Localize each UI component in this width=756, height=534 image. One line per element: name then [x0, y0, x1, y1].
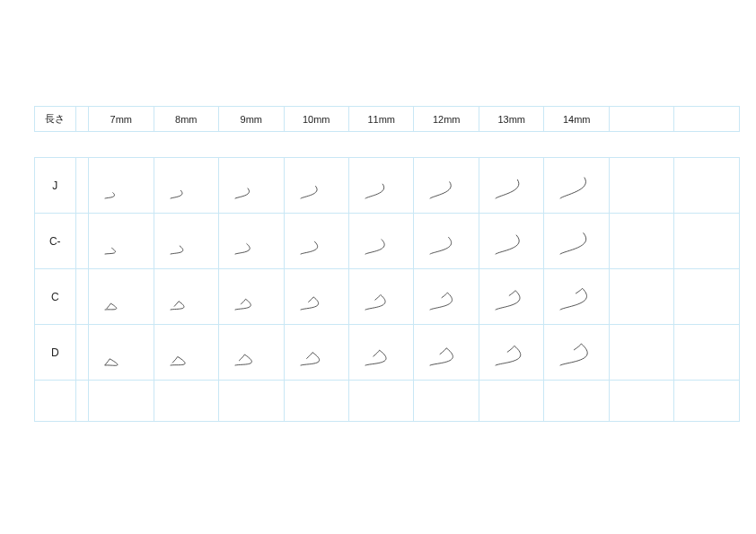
empty-cell	[674, 381, 740, 422]
empty-cell	[674, 158, 740, 214]
lash-icon	[555, 329, 600, 374]
row-spacer	[75, 158, 88, 214]
len-9: 9mm	[219, 107, 284, 132]
curl-row: C-	[35, 214, 740, 269]
lash-icon	[425, 218, 470, 263]
lash-cell	[219, 214, 284, 269]
lash-cell	[414, 158, 479, 214]
empty-cell	[609, 269, 673, 325]
lash-cell	[348, 158, 413, 214]
lash-cell	[284, 269, 348, 325]
lash-cell	[284, 158, 348, 214]
lash-cell	[284, 325, 348, 381]
lash-icon	[425, 162, 470, 207]
curl-type-label: C-	[35, 214, 76, 269]
length-header-table: 長さ 7mm 8mm 9mm 10mm 11mm 12mm 13mm 14mm	[34, 106, 740, 132]
curl-type-label: D	[35, 325, 76, 381]
lash-cell	[89, 325, 154, 381]
lash-icon	[425, 329, 470, 374]
empty-cell	[348, 381, 413, 422]
len-12: 12mm	[414, 107, 479, 132]
lash-cell	[348, 214, 413, 269]
lash-icon	[295, 162, 340, 207]
lash-icon	[360, 162, 405, 207]
empty-cell	[544, 381, 609, 422]
row-spacer	[75, 325, 88, 381]
lash-cell	[154, 158, 218, 214]
lash-icon	[100, 218, 145, 263]
lash-icon	[490, 329, 535, 374]
lash-icon	[490, 274, 535, 319]
header-trail-2	[674, 107, 740, 132]
lash-icon	[555, 218, 600, 263]
lash-cell	[348, 325, 413, 381]
empty-cell	[674, 269, 740, 325]
lash-icon	[555, 162, 600, 207]
curl-type-label: C	[35, 269, 76, 325]
empty-cell	[414, 381, 479, 422]
header-row: 長さ 7mm 8mm 9mm 10mm 11mm 12mm 13mm 14mm	[35, 107, 740, 132]
lash-cell	[544, 214, 609, 269]
lash-cell	[89, 214, 154, 269]
lash-cell	[219, 158, 284, 214]
lash-cell	[414, 269, 479, 325]
header-label: 長さ	[35, 107, 76, 132]
empty-cell	[89, 381, 154, 422]
lash-icon	[295, 218, 340, 263]
lash-cell	[414, 214, 479, 269]
lash-icon	[230, 162, 275, 207]
empty-cell	[219, 381, 284, 422]
row-spacer	[75, 214, 88, 269]
lash-cell	[284, 214, 348, 269]
empty-cell	[674, 214, 740, 269]
curl-row: C	[35, 269, 740, 325]
lash-cell	[414, 325, 479, 381]
curl-grid: JC-CD	[34, 157, 740, 422]
lash-cell	[479, 158, 543, 214]
len-8: 8mm	[154, 107, 218, 132]
lash-icon	[295, 274, 340, 319]
lash-cell	[544, 325, 609, 381]
lash-cell	[154, 325, 218, 381]
empty-cell	[154, 381, 218, 422]
row-spacer	[75, 269, 88, 325]
lash-cell	[154, 269, 218, 325]
lash-icon	[490, 218, 535, 263]
lash-icon	[425, 274, 470, 319]
empty-cell	[674, 325, 740, 381]
lash-cell	[544, 158, 609, 214]
lash-icon	[230, 218, 275, 263]
lash-icon	[360, 329, 405, 374]
lash-cell	[219, 325, 284, 381]
lash-icon	[360, 218, 405, 263]
lash-cell	[89, 158, 154, 214]
lash-cell	[479, 269, 543, 325]
empty-cell	[75, 381, 88, 422]
lash-icon	[230, 274, 275, 319]
header-trail-1	[609, 107, 673, 132]
lash-cell	[89, 269, 154, 325]
empty-cell	[609, 325, 673, 381]
empty-cell	[479, 381, 543, 422]
lash-icon	[100, 162, 145, 207]
len-7: 7mm	[89, 107, 154, 132]
len-10: 10mm	[284, 107, 348, 132]
empty-cell	[609, 214, 673, 269]
lash-icon	[165, 329, 210, 374]
len-13: 13mm	[479, 107, 543, 132]
empty-cell	[609, 381, 673, 422]
lash-icon	[165, 274, 210, 319]
lash-cell	[348, 269, 413, 325]
lash-cell	[544, 269, 609, 325]
lash-icon	[230, 329, 275, 374]
lash-icon	[295, 329, 340, 374]
header-spacer	[75, 107, 88, 132]
lash-icon	[165, 162, 210, 207]
lash-icon	[360, 274, 405, 319]
empty-cell	[284, 381, 348, 422]
lash-icon	[490, 162, 535, 207]
curl-row: J	[35, 158, 740, 214]
lash-icon	[100, 274, 145, 319]
lash-cell	[219, 269, 284, 325]
curl-row: D	[35, 325, 740, 381]
